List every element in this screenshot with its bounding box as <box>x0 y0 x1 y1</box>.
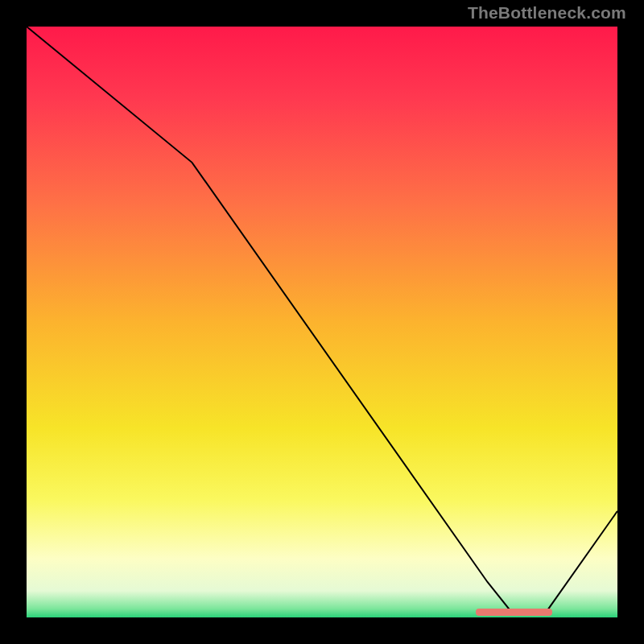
optimal-range-marker <box>476 609 552 616</box>
plot-area <box>27 27 617 617</box>
chart-frame: TheBottleneck.com <box>0 0 644 644</box>
watermark-text: TheBottleneck.com <box>468 3 626 23</box>
bottleneck-curve <box>27 27 617 617</box>
